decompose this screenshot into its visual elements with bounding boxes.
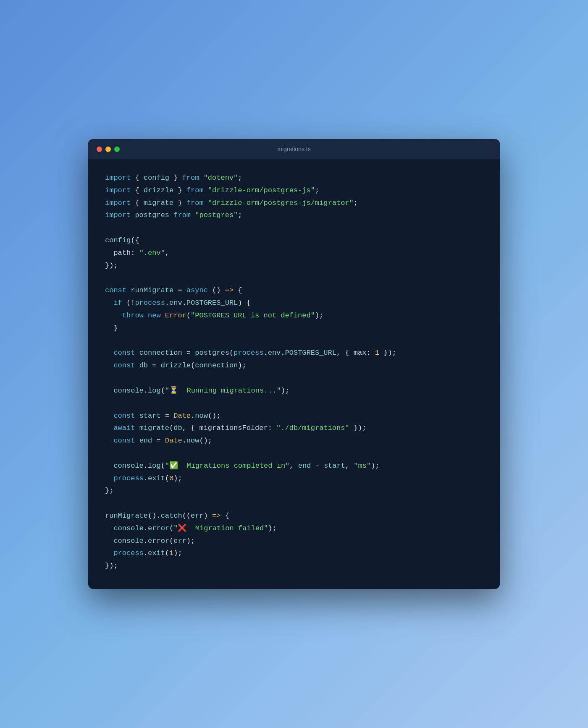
code-token: }); — [105, 562, 118, 570]
code-line: import { drizzle } from "drizzle-orm/pos… — [105, 184, 483, 197]
code-line: process.exit(0); — [105, 472, 483, 485]
code-token — [191, 211, 195, 219]
code-token: import — [105, 199, 131, 207]
code-token: ( — [229, 349, 234, 357]
code-token: catch — [161, 512, 182, 520]
code-line: const start = Date.now(); — [105, 410, 483, 422]
code-token: console — [105, 524, 144, 532]
code-token: => — [212, 512, 220, 520]
code-token: ; — [238, 211, 242, 219]
code-token: process — [105, 549, 144, 557]
code-line: path: ".env", — [105, 247, 483, 259]
code-token: { — [131, 174, 144, 182]
code-token: start — [139, 412, 161, 420]
code-token: process — [234, 349, 263, 357]
code-token: "❌ Migration failed" — [173, 524, 268, 532]
code-token — [204, 186, 208, 194]
code-token — [199, 174, 203, 182]
code-line: const db = drizzle(connection); — [105, 359, 483, 372]
code-token: : — [131, 249, 139, 257]
code-token: import — [105, 186, 131, 194]
code-token: ( — [161, 462, 165, 470]
code-token: if — [105, 299, 122, 307]
code-token: = — [152, 437, 165, 445]
code-token: const — [105, 349, 135, 357]
code-token: postgres — [135, 211, 169, 219]
code-token: env — [169, 299, 182, 307]
code-line — [105, 497, 483, 510]
code-token: . — [264, 349, 268, 357]
code-token: (). — [148, 512, 161, 520]
code-token: . — [144, 524, 148, 532]
code-token: connection — [139, 349, 182, 357]
code-token: exit — [148, 549, 165, 557]
code-token: => — [225, 286, 234, 294]
code-line: runMigrate().catch((err) => { — [105, 510, 483, 522]
close-button[interactable] — [97, 147, 102, 152]
code-token: exit — [148, 474, 165, 482]
code-token: . — [182, 299, 186, 307]
code-token: end — [298, 462, 311, 470]
code-token — [131, 211, 135, 219]
code-token: import — [105, 211, 131, 219]
code-line: import { migrate } from "drizzle-orm/pos… — [105, 197, 483, 209]
code-token: ); — [186, 537, 195, 545]
code-token: . — [144, 387, 148, 395]
code-token: }); — [349, 424, 367, 432]
code-token: const — [105, 437, 135, 445]
code-token: path — [105, 249, 131, 257]
code-token: "✅ Migrations completed in" — [165, 462, 289, 470]
code-line: import { config } from "dotenv"; — [105, 172, 483, 184]
code-token: ( — [186, 312, 191, 319]
code-token: POSTGRES_URL — [285, 349, 336, 357]
code-token: ) { — [238, 299, 251, 307]
code-token: (); — [208, 412, 221, 420]
minimize-button[interactable] — [105, 147, 111, 152]
code-token: ); — [173, 549, 182, 557]
code-line — [105, 397, 483, 410]
code-token: { — [131, 186, 144, 194]
code-line: console.log("✅ Migrations completed in",… — [105, 460, 483, 472]
code-token: ( — [165, 549, 169, 557]
code-token: ( — [169, 537, 173, 545]
code-token — [135, 437, 139, 445]
titlebar: migrations.ts — [88, 139, 500, 159]
code-token: ( — [169, 424, 173, 432]
code-token: "dotenv" — [204, 174, 238, 182]
code-token: migrate — [144, 199, 173, 207]
code-token: }); — [105, 262, 118, 270]
code-token: from — [173, 211, 191, 219]
code-token: db — [173, 424, 182, 432]
code-token: { — [131, 199, 144, 207]
code-token: err — [191, 512, 204, 520]
code-token: from — [182, 174, 200, 182]
code-line: console.log("⏳ Running migrations..."); — [105, 385, 483, 397]
code-token: "./db/migrations" — [276, 424, 349, 432]
code-token: migrate — [139, 424, 169, 432]
code-token: env — [268, 349, 281, 357]
code-token — [135, 361, 139, 369]
code-token: ); — [281, 387, 289, 395]
code-token — [135, 412, 139, 420]
code-token: const — [105, 286, 126, 294]
code-token: } — [105, 324, 118, 332]
code-token: "POSTGRES_URL is not defined" — [191, 312, 315, 319]
code-token: ( — [191, 361, 195, 369]
code-token: postgres — [195, 349, 229, 357]
code-token: ( — [161, 387, 165, 395]
code-token: console — [105, 537, 144, 545]
code-token: : — [268, 424, 276, 432]
code-line: throw new Error("POSTGRES_URL is not def… — [105, 309, 483, 322]
code-token: ); — [238, 361, 246, 369]
code-line: const runMigrate = async () => { — [105, 284, 483, 297]
code-token: } — [173, 186, 186, 194]
code-token: runMigrate — [131, 286, 173, 294]
code-token: migrationsFolder — [199, 424, 268, 432]
code-token: now — [195, 412, 208, 420]
code-token: ( — [165, 474, 169, 482]
maximize-button[interactable] — [114, 147, 120, 152]
code-line: config({ — [105, 234, 483, 247]
code-token: drizzle — [161, 361, 191, 369]
code-token — [126, 286, 131, 294]
code-token: - — [311, 462, 324, 470]
